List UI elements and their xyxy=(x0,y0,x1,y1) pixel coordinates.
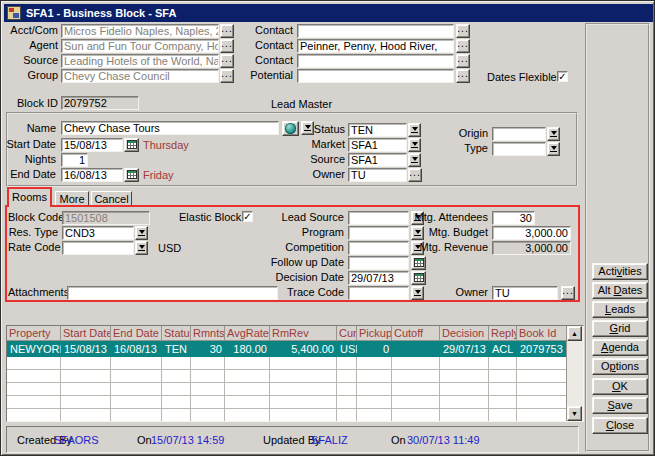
acct-field[interactable]: Micros Fidelio Naples, Naples, 239-6 xyxy=(61,24,219,38)
market-field[interactable]: SFA1 xyxy=(348,138,407,152)
grid-header-book-id[interactable]: Book Id xyxy=(517,326,567,341)
end-date-field[interactable]: 16/08/13 xyxy=(61,168,123,182)
acct-lookup-button[interactable]: ... xyxy=(220,24,234,38)
contact1-lookup-button[interactable]: ... xyxy=(456,24,470,38)
close-button[interactable]: Close xyxy=(592,417,648,434)
owner-lookup-button[interactable]: ... xyxy=(408,168,422,182)
market-lov-button[interactable] xyxy=(408,138,421,152)
grid-header-start-date[interactable]: Start Date xyxy=(61,326,111,341)
trace-code-lov-button[interactable] xyxy=(411,286,424,300)
res-type-field[interactable]: CND3 xyxy=(62,226,134,240)
lov-bar-icon xyxy=(414,295,421,296)
leads-button[interactable]: Leads xyxy=(592,301,648,318)
grid-header-decision[interactable]: Decision xyxy=(440,326,489,341)
grid-header-avgrate[interactable]: AvgRate xyxy=(225,326,270,341)
start-date-field[interactable]: 15/08/13 xyxy=(61,138,123,152)
contact1-field[interactable] xyxy=(297,24,454,38)
follow-up-date-calendar-button[interactable] xyxy=(411,256,426,270)
competition-field[interactable] xyxy=(348,241,409,255)
grid-header-pickup[interactable]: Pickup xyxy=(357,326,392,341)
source2-field[interactable]: SFA1 xyxy=(348,153,407,167)
grid-empty-row[interactable] xyxy=(7,383,567,396)
alt-dates-button[interactable]: Alt Dates xyxy=(592,282,648,299)
grid-row[interactable]: NEWYORK15/08/1316/08/13TEN30180.005,400.… xyxy=(7,341,567,357)
origin-lov-button[interactable] xyxy=(547,127,560,141)
program-field[interactable] xyxy=(348,226,409,240)
elastic-block-label: Elastic Block xyxy=(179,211,235,224)
grid-empty-row[interactable] xyxy=(7,370,567,383)
grid-header-rmrev[interactable]: RmRev xyxy=(270,326,337,341)
grid-header-end-date[interactable]: End Date xyxy=(111,326,162,341)
owner-field[interactable]: TU xyxy=(348,168,407,182)
grid-header-status[interactable]: Status xyxy=(162,326,191,341)
scroll-up-button[interactable]: ▲ xyxy=(567,326,582,341)
save-button[interactable]: Save xyxy=(592,397,648,414)
nights-field[interactable]: 1 xyxy=(61,153,88,167)
contact2-lookup-button[interactable]: ... xyxy=(456,39,470,53)
grid-empty-row[interactable] xyxy=(7,409,567,421)
name-field[interactable]: Chevy Chase Tours xyxy=(61,121,279,135)
grid-empty-row[interactable] xyxy=(7,396,567,409)
title-bar[interactable]: SFA1 - Business Block - SFA xyxy=(4,4,653,22)
res-type-lov-button[interactable] xyxy=(135,226,148,240)
rate-code-field[interactable] xyxy=(62,241,134,255)
potential-field[interactable] xyxy=(297,69,454,83)
grid-header-rmnts[interactable]: Rmnts xyxy=(191,326,225,341)
lead-source-field[interactable] xyxy=(348,211,409,225)
rate-code-lov-button[interactable] xyxy=(135,241,148,255)
globe-button[interactable] xyxy=(282,121,299,136)
mtg-revenue-label: Mtg. Revenue xyxy=(414,241,488,254)
source-field[interactable]: Leading Hotels of the World, Naples, xyxy=(61,54,219,68)
ok-button[interactable]: OK xyxy=(592,378,648,395)
grid-empty-cell xyxy=(489,370,517,383)
grid-header-property[interactable]: Property xyxy=(7,326,61,341)
source2-lov-button[interactable] xyxy=(408,153,421,167)
decision-date-field[interactable]: 29/07/13 xyxy=(348,271,409,285)
elastic-block-checkbox[interactable]: ✓ xyxy=(242,211,253,222)
grid-empty-cell xyxy=(337,409,357,421)
grid-scrollbar[interactable]: ▲ ▼ xyxy=(566,326,583,421)
updated-on-label: On xyxy=(391,434,406,447)
attachments-field[interactable] xyxy=(67,286,278,300)
arrow-up-icon: ▲ xyxy=(571,330,578,337)
source-lookup-button[interactable]: ... xyxy=(220,54,234,68)
type-lov-button[interactable] xyxy=(547,142,560,156)
tab-rooms[interactable]: Rooms xyxy=(7,187,52,207)
decision-date-calendar-button[interactable] xyxy=(411,271,426,285)
activities-button[interactable]: Activities xyxy=(592,263,648,280)
dates-flexible-checkbox[interactable]: ✓ xyxy=(557,71,568,82)
contact3-field[interactable] xyxy=(297,54,454,68)
start-date-calendar-button[interactable] xyxy=(124,138,139,152)
mtg-budget-field[interactable]: 3,000.00 xyxy=(492,226,571,240)
group-lookup-button[interactable]: ... xyxy=(220,69,234,83)
status-lov-button[interactable] xyxy=(408,123,421,137)
grid-header-cutoff[interactable]: Cutoff xyxy=(392,326,440,341)
scroll-down-button[interactable]: ▼ xyxy=(567,406,582,421)
mtg-attendees-field[interactable]: 30 xyxy=(492,211,535,225)
grid-cell: ACL xyxy=(489,341,517,357)
contact3-lookup-button[interactable]: ... xyxy=(456,54,470,68)
end-date-calendar-button[interactable] xyxy=(124,168,139,182)
agent-field[interactable]: Sun and Fun Tour Company, Hood Ri xyxy=(61,39,219,53)
program-label: Program xyxy=(256,226,344,239)
tab-cancel[interactable]: Cancel xyxy=(91,191,132,206)
agenda-button[interactable]: Agenda xyxy=(592,339,648,356)
follow-up-date-field[interactable] xyxy=(348,256,409,270)
status-field[interactable]: TEN xyxy=(348,123,407,137)
options-button[interactable]: Options xyxy=(592,358,648,375)
tab-more[interactable]: More xyxy=(55,191,89,206)
contact2-field[interactable]: Peinner, Penny, Hood River, xyxy=(297,39,454,53)
origin-field[interactable] xyxy=(492,127,546,141)
potential-lookup-button[interactable]: ... xyxy=(456,69,470,83)
trace-code-field[interactable] xyxy=(348,286,409,300)
ellipsis-icon: ... xyxy=(221,23,232,34)
grid-button[interactable]: Grid xyxy=(592,320,648,337)
group-field[interactable]: Chevy Chase Council xyxy=(61,69,219,83)
agent-lookup-button[interactable]: ... xyxy=(220,39,234,53)
panel-owner-lookup-button[interactable]: ... xyxy=(561,286,575,300)
grid-empty-row[interactable] xyxy=(7,357,567,370)
grid-header-reply[interactable]: Reply xyxy=(489,326,517,341)
type-field[interactable] xyxy=(492,142,546,156)
panel-owner-field[interactable]: TU xyxy=(492,286,558,300)
grid-header-curr-[interactable]: Curr. xyxy=(337,326,357,341)
